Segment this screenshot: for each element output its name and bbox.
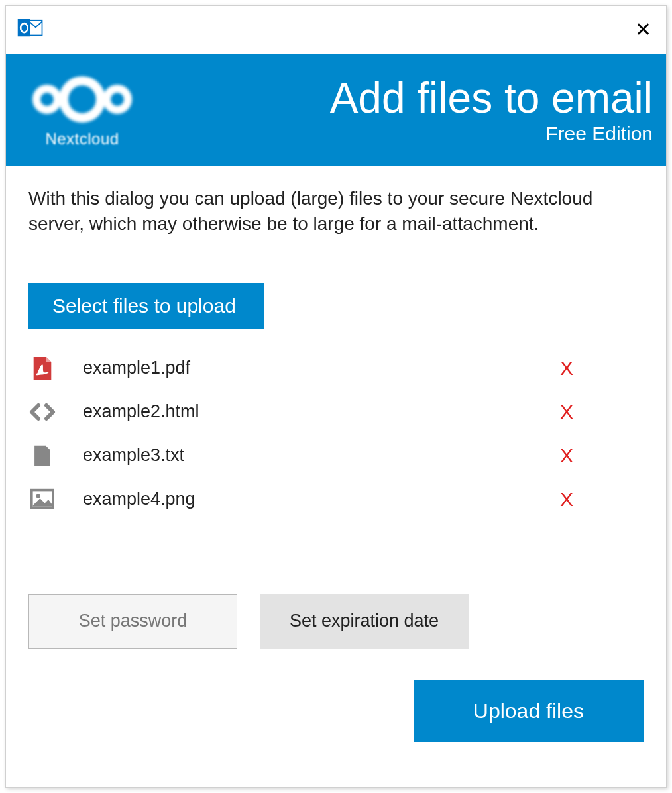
dialog-subtitle: Free Edition	[330, 123, 653, 145]
svg-point-7	[36, 494, 40, 498]
remove-file-button[interactable]: X	[560, 445, 646, 467]
dialog-title: Add files to email	[330, 76, 653, 121]
file-row: example1.pdf X	[28, 346, 646, 390]
upload-files-button[interactable]: Upload files	[414, 680, 644, 742]
svg-point-4	[36, 89, 58, 110]
titlebar: ✕	[6, 6, 666, 54]
pdf-icon	[28, 354, 56, 382]
file-list: example1.pdf X example2.html X	[28, 346, 646, 521]
header-titles: Add files to email Free Edition	[330, 76, 653, 144]
description-text: With this dialog you can upload (large) …	[28, 186, 646, 237]
file-name: example2.html	[83, 401, 533, 422]
remove-file-button[interactable]: X	[560, 488, 646, 511]
document-icon	[28, 442, 56, 470]
upload-row: Upload files	[28, 680, 646, 742]
nextcloud-logo-icon	[26, 73, 139, 129]
code-icon	[28, 398, 56, 426]
image-icon	[28, 486, 56, 513]
select-files-button[interactable]: Select files to upload	[28, 283, 264, 329]
options-row: Set password Set expiration date	[28, 594, 646, 649]
brand-name: Nextcloud	[45, 130, 119, 148]
header-band: Nextcloud Add files to email Free Editio…	[6, 54, 666, 166]
remove-file-button[interactable]: X	[560, 357, 646, 380]
close-icon[interactable]: ✕	[635, 20, 651, 40]
set-expiration-button[interactable]: Set expiration date	[260, 594, 469, 649]
file-row: example2.html X	[28, 390, 646, 434]
set-password-button[interactable]: Set password	[28, 594, 237, 649]
file-name: example1.pdf	[83, 358, 533, 378]
outlook-icon	[17, 15, 44, 45]
svg-point-5	[107, 89, 128, 110]
remove-file-button[interactable]: X	[560, 401, 646, 423]
file-name: example3.txt	[83, 445, 533, 466]
dialog-body: With this dialog you can upload (large) …	[6, 166, 666, 787]
file-name: example4.png	[83, 489, 533, 509]
svg-rect-1	[18, 19, 30, 36]
file-row: example3.txt X	[28, 434, 646, 478]
brand: Nextcloud	[26, 73, 139, 148]
svg-point-3	[64, 81, 101, 118]
dialog-window: ✕ Nextcloud Add files to email Free Edit…	[5, 5, 667, 788]
file-row: example4.png X	[28, 478, 646, 521]
